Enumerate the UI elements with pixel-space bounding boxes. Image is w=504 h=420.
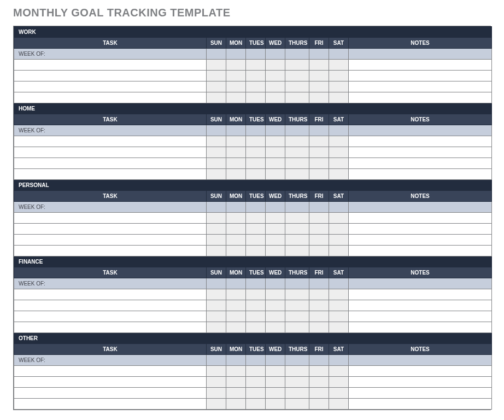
day-cell[interactable] (285, 311, 309, 322)
day-cell[interactable] (246, 169, 266, 180)
week-of-day-cell[interactable] (246, 125, 266, 136)
day-cell[interactable] (285, 213, 309, 224)
notes-cell[interactable] (349, 60, 492, 71)
week-of-day-cell[interactable] (309, 202, 329, 213)
week-of-day-cell[interactable] (329, 278, 349, 289)
week-of-day-cell[interactable] (329, 202, 349, 213)
day-cell[interactable] (246, 235, 266, 246)
day-cell[interactable] (266, 300, 285, 311)
day-cell[interactable] (207, 158, 226, 169)
notes-cell[interactable] (349, 147, 492, 158)
day-cell[interactable] (309, 224, 329, 235)
day-cell[interactable] (246, 300, 266, 311)
task-cell[interactable] (14, 300, 207, 311)
day-cell[interactable] (226, 60, 246, 71)
day-cell[interactable] (207, 300, 226, 311)
day-cell[interactable] (309, 71, 329, 81)
day-cell[interactable] (329, 377, 349, 388)
task-cell[interactable] (14, 322, 207, 333)
day-cell[interactable] (329, 246, 349, 256)
day-cell[interactable] (329, 300, 349, 311)
notes-cell[interactable] (349, 246, 492, 256)
day-cell[interactable] (226, 136, 246, 147)
task-cell[interactable] (14, 71, 207, 81)
day-cell[interactable] (207, 388, 226, 399)
task-cell[interactable] (14, 147, 207, 158)
notes-cell[interactable] (349, 136, 492, 147)
day-cell[interactable] (246, 388, 266, 399)
day-cell[interactable] (266, 235, 285, 246)
week-of-day-cell[interactable] (329, 49, 349, 60)
week-of-day-cell[interactable] (285, 49, 309, 60)
day-cell[interactable] (285, 60, 309, 71)
week-of-day-cell[interactable] (207, 355, 226, 366)
day-cell[interactable] (246, 71, 266, 81)
day-cell[interactable] (266, 92, 285, 103)
day-cell[interactable] (329, 92, 349, 103)
notes-cell[interactable] (349, 388, 492, 399)
day-cell[interactable] (285, 136, 309, 147)
day-cell[interactable] (207, 147, 226, 158)
task-cell[interactable] (14, 377, 207, 388)
day-cell[interactable] (246, 399, 266, 410)
week-of-day-cell[interactable] (226, 355, 246, 366)
week-of-day-cell[interactable] (329, 355, 349, 366)
day-cell[interactable] (226, 322, 246, 333)
week-of-day-cell[interactable] (207, 49, 226, 60)
day-cell[interactable] (207, 224, 226, 235)
day-cell[interactable] (329, 399, 349, 410)
day-cell[interactable] (285, 147, 309, 158)
day-cell[interactable] (266, 366, 285, 377)
day-cell[interactable] (309, 289, 329, 300)
day-cell[interactable] (285, 366, 309, 377)
week-of-day-cell[interactable] (285, 202, 309, 213)
day-cell[interactable] (266, 311, 285, 322)
task-cell[interactable] (14, 224, 207, 235)
day-cell[interactable] (329, 81, 349, 92)
day-cell[interactable] (285, 71, 309, 81)
week-of-notes-cell[interactable] (349, 49, 492, 60)
week-of-day-cell[interactable] (266, 125, 285, 136)
day-cell[interactable] (207, 81, 226, 92)
day-cell[interactable] (285, 169, 309, 180)
day-cell[interactable] (285, 224, 309, 235)
day-cell[interactable] (329, 158, 349, 169)
day-cell[interactable] (226, 377, 246, 388)
day-cell[interactable] (246, 322, 266, 333)
day-cell[interactable] (309, 300, 329, 311)
day-cell[interactable] (207, 60, 226, 71)
day-cell[interactable] (207, 169, 226, 180)
day-cell[interactable] (329, 71, 349, 81)
day-cell[interactable] (226, 289, 246, 300)
day-cell[interactable] (226, 235, 246, 246)
day-cell[interactable] (285, 300, 309, 311)
day-cell[interactable] (246, 158, 266, 169)
notes-cell[interactable] (349, 224, 492, 235)
day-cell[interactable] (329, 388, 349, 399)
day-cell[interactable] (226, 311, 246, 322)
day-cell[interactable] (226, 158, 246, 169)
day-cell[interactable] (285, 158, 309, 169)
day-cell[interactable] (266, 136, 285, 147)
day-cell[interactable] (309, 60, 329, 71)
day-cell[interactable] (266, 213, 285, 224)
notes-cell[interactable] (349, 311, 492, 322)
day-cell[interactable] (329, 169, 349, 180)
task-cell[interactable] (14, 92, 207, 103)
day-cell[interactable] (226, 300, 246, 311)
day-cell[interactable] (309, 147, 329, 158)
day-cell[interactable] (246, 213, 266, 224)
notes-cell[interactable] (349, 322, 492, 333)
week-of-day-cell[interactable] (207, 278, 226, 289)
day-cell[interactable] (309, 158, 329, 169)
week-of-notes-cell[interactable] (349, 355, 492, 366)
day-cell[interactable] (329, 213, 349, 224)
day-cell[interactable] (246, 366, 266, 377)
day-cell[interactable] (226, 71, 246, 81)
day-cell[interactable] (329, 136, 349, 147)
day-cell[interactable] (246, 224, 266, 235)
task-cell[interactable] (14, 366, 207, 377)
week-of-day-cell[interactable] (266, 355, 285, 366)
day-cell[interactable] (309, 399, 329, 410)
day-cell[interactable] (226, 147, 246, 158)
